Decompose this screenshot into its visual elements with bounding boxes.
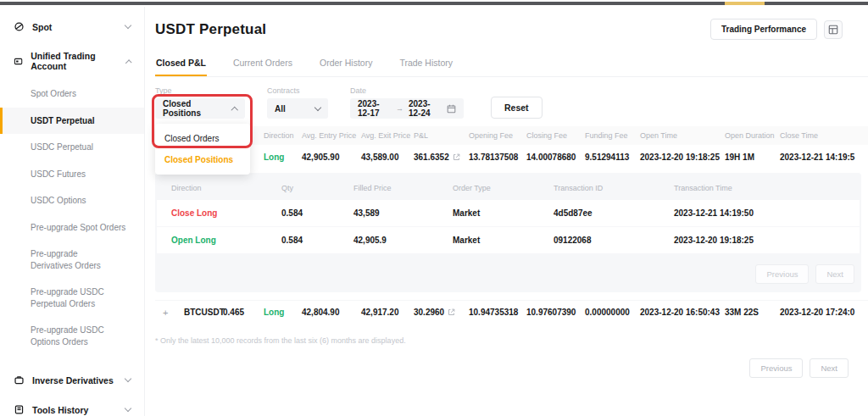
fill-transaction-id: 4d5d87ee xyxy=(554,208,674,218)
subcol-transaction-time: Transaction Time xyxy=(674,184,843,192)
sidebar-item-unified-trading-account[interactable]: Unified Trading Account xyxy=(0,42,144,80)
col-open-time: Open Time xyxy=(640,131,725,140)
sidebar-item-label: Inverse Derivatives xyxy=(32,375,114,385)
col-avg-exit-price: Avg. Exit Price xyxy=(361,131,414,140)
trading-performance-button[interactable]: Trading Performance xyxy=(710,19,817,40)
fill-order-type: Market xyxy=(453,208,554,218)
reset-button[interactable]: Reset xyxy=(491,97,542,119)
date-range-arrow: → xyxy=(396,104,403,113)
sidebar-item-usdc-perpetual[interactable]: USDC Perpetual xyxy=(0,134,144,161)
filter-bar: Type Closed Positions Closed Orders Clos… xyxy=(155,86,868,119)
fills-previous-button[interactable]: Previous xyxy=(755,264,809,284)
records-footnote: * Only the latest 10,000 records from th… xyxy=(155,336,868,345)
contracts-select[interactable]: All xyxy=(267,98,328,119)
cell-exit-price: 43,589.00 xyxy=(361,153,414,162)
tab-order-history[interactable]: Order History xyxy=(319,51,373,76)
cell-entry-price: 42,804.90 xyxy=(302,308,361,317)
table-pagination: Previous Next xyxy=(155,358,849,378)
chevron-up-icon xyxy=(231,106,238,113)
main-content: USDT Perpetual Trading Performance Close… xyxy=(145,7,868,416)
col-direction: Direction xyxy=(264,131,302,140)
menu-item-closed-orders[interactable]: Closed Orders xyxy=(155,128,250,149)
subcol-direction: Direction xyxy=(171,184,281,192)
cell-open-time: 2023-12-20 16:50:43 xyxy=(640,308,725,317)
fill-direction: Close Long xyxy=(171,208,281,218)
col-opening-fee: Opening Fee xyxy=(469,131,526,140)
page-layout: Spot Unified Trading Account Spot Orders… xyxy=(0,0,868,416)
cell-closing-fee: 14.00078680 xyxy=(526,153,585,162)
sidebar-spacer xyxy=(0,355,144,365)
sidebar: Spot Unified Trading Account Spot Orders… xyxy=(0,7,145,416)
sidebar-item-pre-upgrade-spot-orders[interactable]: Pre-upgrade Spot Orders xyxy=(0,214,144,241)
sidebar-item-usdc-options[interactable]: USDC Options xyxy=(0,187,144,214)
cell-closing-fee: 10.97607390 xyxy=(526,308,585,317)
sidebar-item-usdt-perpetual[interactable]: USDT Perpetual xyxy=(0,108,144,135)
cell-close-time: 2023-12-20 17:24:0 xyxy=(780,308,868,317)
cell-pnl: 361.6352 xyxy=(414,153,469,162)
cell-direction: Long xyxy=(264,308,302,317)
fills-next-button[interactable]: Next xyxy=(815,264,854,284)
cell-contracts: BTCUSDT xyxy=(184,308,223,317)
cell-pnl: 30.2960 xyxy=(414,308,469,317)
sidebar-item-spot[interactable]: Spot xyxy=(0,12,144,42)
next-page-button[interactable]: Next xyxy=(810,358,849,378)
sidebar-item-usdc-futures[interactable]: USDC Futures xyxy=(0,161,144,188)
fill-qty: 0.584 xyxy=(281,208,353,218)
cell-entry-price: 42,905.90 xyxy=(302,153,361,162)
report-grid-icon-button[interactable] xyxy=(824,20,843,39)
cell-close-time: 2023-12-21 14:19:5 xyxy=(780,153,868,162)
fill-transaction-time: 2023-12-21 14:19:50 xyxy=(674,208,843,218)
date-from-value: 2023-12-17 xyxy=(358,99,391,118)
tab-closed-pnl[interactable]: Closed P&L xyxy=(155,51,207,76)
cell-open-duration: 19H 1M xyxy=(725,153,780,162)
subcol-filled-price: Filled Price xyxy=(353,184,453,192)
cell-open-duration: 33M 22S xyxy=(725,308,780,317)
browser-progress-bar xyxy=(0,2,868,5)
tab-current-orders[interactable]: Current Orders xyxy=(232,51,293,76)
external-link-icon[interactable] xyxy=(448,308,455,316)
col-open-duration: Open Duration xyxy=(725,131,780,140)
fill-transaction-time: 2023-12-20 19:18:25 xyxy=(674,236,843,245)
tab-trade-history[interactable]: Trade History xyxy=(398,51,453,76)
date-filter-label: Date xyxy=(350,86,464,95)
fill-qty: 0.584 xyxy=(281,236,353,245)
sidebar-item-pre-upgrade-usdc-options-orders[interactable]: Pre-upgrade USDC Options Orders xyxy=(0,317,136,355)
date-range-picker[interactable]: 2023-12-17 → 2023-12-24 xyxy=(350,98,464,119)
report-grid-icon xyxy=(828,25,838,35)
tab-bar: Closed P&L Current Orders Order History … xyxy=(155,51,868,77)
sidebar-item-pre-upgrade-usdc-perpetual-orders[interactable]: Pre-upgrade USDC Perpetual Orders xyxy=(0,279,140,317)
sidebar-item-label: Tools History xyxy=(32,405,88,415)
col-closing-fee: Closing Fee xyxy=(526,131,585,140)
calendar-icon xyxy=(447,104,456,114)
unified-account-icon xyxy=(14,56,23,67)
fills-pagination: Previous Next xyxy=(157,253,860,284)
spot-icon xyxy=(14,21,25,32)
table-row: + BTCUSDT 0.465 Long 42,804.90 42,917.20… xyxy=(155,300,868,324)
sidebar-item-inverse-derivatives[interactable]: Inverse Derivatives xyxy=(0,365,144,395)
expanded-fills-section: Direction Qty Filled Price Order Type Tr… xyxy=(155,173,861,292)
external-link-icon[interactable] xyxy=(453,153,460,161)
sidebar-item-tools-history[interactable]: Tools History xyxy=(0,395,144,416)
sidebar-item-label: Unified Trading Account xyxy=(31,51,119,71)
expand-row-button[interactable]: + xyxy=(155,308,184,318)
menu-item-closed-positions[interactable]: Closed Positions xyxy=(155,149,250,170)
cell-opening-fee: 13.78137508 xyxy=(469,153,526,162)
previous-page-button[interactable]: Previous xyxy=(749,358,803,378)
sidebar-item-spot-orders[interactable]: Spot Orders xyxy=(0,80,144,108)
pnl-value: 361.6352 xyxy=(414,153,449,162)
fill-transaction-id: 09122068 xyxy=(554,236,674,245)
cell-opening-fee: 10.94735318 xyxy=(469,308,526,317)
table-header-row: Contracts Qty Direction Avg. Entry Price… xyxy=(155,126,868,145)
type-select-value: Closed Positions xyxy=(163,99,227,118)
chevron-down-icon xyxy=(125,22,131,29)
date-filter-group: Date 2023-12-17 → 2023-12-24 xyxy=(350,86,464,119)
chevron-up-icon xyxy=(125,59,131,66)
type-filter-label: Type xyxy=(155,86,245,95)
fill-row: Close Long 0.584 43,589 Market 4d5d87ee … xyxy=(157,200,860,226)
table-row: − BTCUSDT 0.584 Long 42,905.90 43,589.00… xyxy=(155,145,868,169)
sidebar-item-pre-upgrade-derivatives-orders[interactable]: Pre-upgrade Derivatives Orders xyxy=(0,241,127,279)
type-filter-group: Type Closed Positions Closed Orders Clos… xyxy=(155,86,245,119)
type-select[interactable]: Closed Positions xyxy=(155,98,245,119)
fill-order-type: Market xyxy=(453,236,554,245)
fills-header-row: Direction Qty Filled Price Order Type Tr… xyxy=(157,177,860,199)
